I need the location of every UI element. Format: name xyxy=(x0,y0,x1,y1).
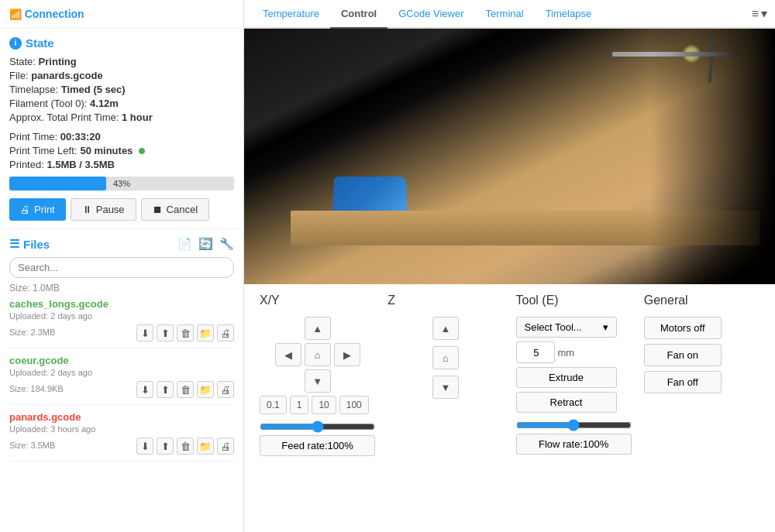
timelapse-label: Timelapse: xyxy=(9,84,58,95)
xy-step-1[interactable]: 1 xyxy=(290,396,309,414)
general-controls: Motors off Fan on Fan off xyxy=(644,317,760,393)
files-header: ☰ Files 📄 🔄 🔧 xyxy=(9,237,234,251)
xy-step-10[interactable]: 10 xyxy=(312,396,336,414)
time-left-label: Print Time Left: xyxy=(9,145,77,156)
z-down-button[interactable]: ▼ xyxy=(432,376,459,399)
download-icon-2[interactable]: ⬇ xyxy=(136,438,153,455)
file-actions-1: ⬇ ⬆ 🗑 📁 🖨 xyxy=(136,381,234,398)
folder-icon-0[interactable]: 📁 xyxy=(197,324,214,342)
timelapse-row: Timelapse: Timed (5 sec) xyxy=(9,84,234,95)
new-file-icon[interactable]: 📄 xyxy=(177,237,192,251)
print-button[interactable]: 🖨 Print xyxy=(9,198,66,221)
retract-button[interactable]: Retract xyxy=(516,392,617,413)
state-value: Printing xyxy=(39,56,77,67)
files-title-label: Files xyxy=(23,238,50,251)
z-home-button[interactable]: ⌂ xyxy=(432,346,459,369)
print-file-icon-1[interactable]: 🖨 xyxy=(217,381,234,398)
download-icon-1[interactable]: ⬇ xyxy=(136,381,153,398)
delete-icon-0[interactable]: 🗑 xyxy=(177,324,194,342)
motors-off-button[interactable]: Motors off xyxy=(644,317,722,339)
upload-icon-0[interactable]: ⬆ xyxy=(157,324,174,342)
file-meta-uploaded-1: Uploaded: 2 days ago xyxy=(9,368,234,377)
upload-icon-2[interactable]: ⬆ xyxy=(157,438,174,455)
settings-icon[interactable]: 🔧 xyxy=(219,237,234,251)
refresh-icon[interactable]: 🔄 xyxy=(198,237,213,251)
feed-rate-slider[interactable] xyxy=(260,420,375,433)
total-size-row: Size: 1.0MB xyxy=(9,283,234,293)
connection-link[interactable]: Connection xyxy=(25,8,84,20)
print-time-value: 00:33:20 xyxy=(60,131,101,142)
search-input[interactable] xyxy=(9,257,234,278)
printed-label: Printed: xyxy=(9,159,44,170)
file-name-2[interactable]: panards.gcode xyxy=(9,411,234,423)
xy-step-100[interactable]: 100 xyxy=(339,396,369,414)
online-indicator xyxy=(139,148,145,154)
tab-terminal[interactable]: Terminal xyxy=(475,0,535,29)
printed-row: Printed: 1.5MB / 3.5MB xyxy=(9,159,234,170)
upload-icon-1[interactable]: ⬆ xyxy=(157,381,174,398)
info-icon: i xyxy=(9,37,22,50)
xy-step-01[interactable]: 0.1 xyxy=(260,396,287,414)
print-time-label: Print Time: xyxy=(9,131,57,142)
tab-control[interactable]: Control xyxy=(330,0,388,29)
fan-on-button[interactable]: Fan on xyxy=(644,344,722,366)
controls-grid: X/Y ▲ ◀ ⌂ ▶ ▼ xyxy=(260,293,760,456)
file-item-2: panards.gcode Uploaded: 3 hours ago Size… xyxy=(9,411,234,462)
z-section: Z ▲ ⌂ ▼ xyxy=(388,293,503,399)
delete-icon-2[interactable]: 🗑 xyxy=(177,438,194,455)
file-actions-2: ⬇ ⬆ 🗑 📁 🖨 xyxy=(136,438,234,455)
general-title: General xyxy=(644,293,760,307)
file-name-1[interactable]: coeur.gcode xyxy=(9,355,234,366)
files-icons: 📄 🔄 🔧 xyxy=(177,237,234,251)
cancel-button[interactable]: ⏹ Cancel xyxy=(141,198,209,221)
filament-label: Filament (Tool 0): xyxy=(9,98,87,109)
tool-title: Tool (E) xyxy=(516,293,632,307)
flow-rate-slider[interactable] xyxy=(516,419,632,431)
xy-up-button[interactable]: ▲ xyxy=(305,317,331,340)
folder-icon-1[interactable]: 📁 xyxy=(197,381,214,398)
xy-left-button[interactable]: ◀ xyxy=(275,343,301,366)
flow-rate-button[interactable]: Flow rate:100% xyxy=(516,434,632,455)
file-meta-size-1: Size: 184.9KB xyxy=(9,384,64,393)
tab-temperature[interactable]: Temperature xyxy=(252,0,330,29)
print-button-label: Print xyxy=(34,204,55,215)
fan-off-button[interactable]: Fan off xyxy=(644,371,722,393)
file-name-0[interactable]: caches_longs.gcode xyxy=(9,298,234,310)
extrude-button[interactable]: Extrude xyxy=(516,367,617,388)
tool-section: Tool (E) Select Tool... ▾ mm Extrude Ret… xyxy=(516,293,632,455)
tool-controls: Select Tool... ▾ mm Extrude Retract xyxy=(516,317,632,413)
select-tool-button[interactable]: Select Tool... ▾ xyxy=(516,317,617,338)
feed-rate-button[interactable]: Feed rate:100% xyxy=(260,435,375,456)
pause-button[interactable]: ⏸ Pause xyxy=(71,198,136,221)
approx-label: Approx. Total Print Time: xyxy=(9,112,119,123)
print-file-icon-2[interactable]: 🖨 xyxy=(217,438,234,455)
files-section: ☰ Files 📄 🔄 🔧 Size: 1.0MB caches_longs.g… xyxy=(0,229,243,532)
print-file-icon-0[interactable]: 🖨 xyxy=(217,324,234,342)
z-up-button[interactable]: ▲ xyxy=(432,317,459,340)
files-title: ☰ Files xyxy=(9,237,177,251)
tab-gcode-viewer[interactable]: GCode Viewer xyxy=(388,0,474,29)
connection-section: 📶 Connection xyxy=(0,0,243,29)
file-item-0: caches_longs.gcode Uploaded: 2 days ago … xyxy=(9,298,234,348)
general-section: General Motors off Fan on Fan off xyxy=(644,293,760,393)
camera-gradient xyxy=(244,29,775,284)
z-controls: ▲ ⌂ ▼ xyxy=(388,317,503,399)
tab-menu-button[interactable]: ≡ ▾ xyxy=(752,6,767,21)
tab-timelapse[interactable]: Timelapse xyxy=(535,0,602,29)
approx-row: Approx. Total Print Time: 1 hour xyxy=(9,112,234,123)
file-actions-0: ⬇ ⬆ 🗑 📁 🖨 xyxy=(136,324,234,342)
xy-home-button[interactable]: ⌂ xyxy=(305,343,331,366)
file-meta-size-2: Size: 3.5MB xyxy=(9,441,55,450)
folder-icon-2[interactable]: 📁 xyxy=(197,438,214,455)
download-icon-0[interactable]: ⬇ xyxy=(136,324,153,342)
progress-bar-fill xyxy=(9,177,106,190)
progress-bar-container: 43% xyxy=(9,177,234,190)
mm-input[interactable] xyxy=(516,342,555,363)
xy-right-button[interactable]: ▶ xyxy=(334,343,360,366)
progress-label: 43% xyxy=(113,179,130,188)
pause-button-label: Pause xyxy=(96,204,125,215)
xy-down-button[interactable]: ▼ xyxy=(305,369,331,393)
tabs-bar: Temperature Control GCode Viewer Termina… xyxy=(244,0,775,29)
xy-row-middle: ◀ ⌂ ▶ xyxy=(275,343,360,366)
delete-icon-1[interactable]: 🗑 xyxy=(177,381,194,398)
